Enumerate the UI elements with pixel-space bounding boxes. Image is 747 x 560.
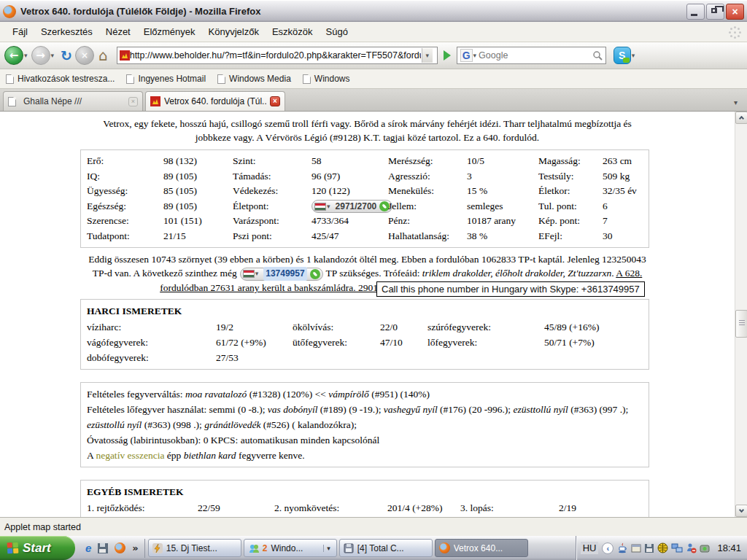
menu-help[interactable]: Súgó bbox=[320, 23, 355, 40]
bookmark-item[interactable]: Windows Media bbox=[217, 74, 291, 84]
java-icon[interactable] bbox=[617, 542, 628, 553]
skype-toolbar-button[interactable]: S bbox=[614, 47, 631, 64]
restore-button[interactable] bbox=[706, 4, 724, 20]
bookmark-item[interactable]: Windows bbox=[303, 74, 350, 84]
skype-flag-dropdown-icon[interactable]: ▾ bbox=[255, 267, 259, 281]
character-intro: Vetrox, egy fekete, hosszú hajú, csillog… bbox=[88, 117, 647, 144]
skype-highlight[interactable]: ▾ 2971/2700 bbox=[311, 200, 392, 213]
stat-value-lifepoints: ▾ 2971/2700 bbox=[311, 199, 388, 214]
bookmark-item[interactable]: Hivatkozások testresza... bbox=[6, 74, 115, 84]
back-dropdown-icon[interactable]: ▾ bbox=[24, 52, 28, 59]
stat-value: 58 bbox=[311, 154, 388, 169]
forward-button[interactable]: → ▾ bbox=[31, 46, 57, 65]
text: (#176) (20 -996.); bbox=[438, 404, 514, 415]
taskbar-button-winamp[interactable]: 15. Dj Tiest... bbox=[148, 539, 241, 557]
menu-view[interactable]: Nézet bbox=[99, 23, 137, 40]
stat-label: Merészség: bbox=[388, 154, 467, 169]
search-engine-dropdown-icon[interactable]: ▾ bbox=[473, 52, 477, 59]
disk-tray-icon[interactable] bbox=[644, 543, 654, 553]
table-row: dobófegyverek:27/53 bbox=[87, 350, 643, 365]
task-label: Vetrox 640... bbox=[454, 543, 524, 553]
text: A bbox=[87, 450, 96, 461]
quicklaunch-overflow-icon[interactable]: » bbox=[132, 542, 138, 553]
skype-call-icon[interactable] bbox=[310, 269, 320, 279]
taskbar-button-firefox-active[interactable]: Vetrox 640... bbox=[435, 539, 528, 557]
stat-label: Tul. pont: bbox=[538, 199, 603, 214]
back-button[interactable]: ← ▾ bbox=[4, 46, 30, 65]
section-title: EGYÉB ISMERETEK bbox=[87, 484, 643, 500]
scroll-up-button[interactable] bbox=[735, 112, 747, 124]
stop-button[interactable]: × bbox=[75, 46, 94, 65]
stat-label: Varázspont: bbox=[233, 214, 311, 229]
text: (#526) ( kalandozókra); bbox=[260, 419, 357, 430]
tray-collapse-button[interactable]: ‹ bbox=[602, 542, 614, 554]
firefox-icon bbox=[439, 542, 450, 553]
tab-ghalla-nepe[interactable]: Ghalla Népe /// × bbox=[3, 91, 143, 111]
url-dropdown-icon[interactable]: ▾ bbox=[422, 48, 433, 63]
skill-value: 2/19 bbox=[559, 500, 643, 516]
text: fegyverre kenve. bbox=[236, 450, 305, 461]
text: Feltételes lőfegyver használat: semmi (0… bbox=[87, 404, 268, 415]
scroll-down-button[interactable] bbox=[735, 505, 747, 517]
internet-explorer-icon[interactable]: e bbox=[85, 542, 91, 554]
menu-tools[interactable]: Eszközök bbox=[266, 23, 320, 40]
table-row: Szerencse:101 (151) Varázspont:4733/364 … bbox=[87, 214, 649, 229]
menu-history[interactable]: Előzmények bbox=[137, 23, 202, 40]
stat-value: 89 (105) bbox=[163, 169, 233, 184]
home-button[interactable]: ⌂ bbox=[98, 47, 108, 64]
scrollbar-thumb[interactable] bbox=[735, 310, 747, 338]
firefox-quicklaunch-icon[interactable] bbox=[115, 542, 125, 553]
window-tray-icon[interactable] bbox=[631, 543, 641, 553]
skill-label: szúrófegyverek: bbox=[427, 319, 544, 335]
globe-tray-icon[interactable] bbox=[657, 542, 668, 553]
stat-label: Védekezés: bbox=[233, 184, 311, 199]
search-input[interactable] bbox=[479, 50, 592, 61]
table-row: Ügyesség:85 (105) Védekezés:120 (122) Me… bbox=[87, 184, 649, 199]
go-button[interactable] bbox=[444, 50, 451, 61]
stat-label: EFejl: bbox=[538, 229, 603, 244]
minimize-button[interactable] bbox=[686, 4, 705, 20]
tab-vetrox-active[interactable]: Vetrox 640. fordulója (Túl... × bbox=[145, 91, 285, 111]
essence-line: A negatív esszencia épp biethlan kard fe… bbox=[87, 448, 643, 463]
network-tray-icon[interactable] bbox=[671, 543, 683, 553]
url-input[interactable] bbox=[130, 50, 421, 61]
skill-label: ütőfegyverek: bbox=[293, 335, 380, 350]
taskbar-button-messenger-group[interactable]: 2 Windo... ▾ bbox=[244, 539, 337, 557]
stat-value: 7 bbox=[603, 214, 649, 229]
menu-bar: Fájl Szerkesztés Nézet Előzmények Könyvj… bbox=[0, 22, 747, 42]
search-icon[interactable] bbox=[592, 50, 603, 61]
window-titlebar: Vetrox 640. fordulója (Túlélők Földje) -… bbox=[0, 0, 747, 22]
app-tray-icon[interactable] bbox=[700, 543, 710, 553]
skill-value: 19/2 bbox=[216, 319, 293, 335]
weapon-name: vas dobónyíl bbox=[268, 404, 318, 415]
close-button[interactable]: × bbox=[726, 4, 744, 20]
chevron-down-icon bbox=[739, 508, 744, 513]
floppy-icon bbox=[98, 543, 108, 553]
menu-file[interactable]: Fájl bbox=[6, 23, 34, 40]
taskbar-button-total-commander[interactable]: [4] Total C... bbox=[339, 539, 433, 557]
tab-list-dropdown-icon[interactable]: ▾ bbox=[729, 98, 742, 106]
bookmark-item[interactable]: Ingyenes Hotmail bbox=[126, 74, 206, 84]
skill-label: 3. lopás: bbox=[460, 500, 559, 516]
menu-bookmarks[interactable]: Könyvjelzők bbox=[202, 23, 266, 40]
tab-close-icon[interactable]: × bbox=[128, 97, 138, 106]
essence-link[interactable]: negatív esszencia bbox=[96, 450, 164, 461]
skype-dropdown-icon[interactable]: ▾ bbox=[632, 52, 635, 59]
messenger-offline-tray-icon[interactable] bbox=[686, 542, 697, 553]
menu-edit[interactable]: Szerkesztés bbox=[34, 23, 99, 40]
skype-flag-dropdown-icon[interactable]: ▾ bbox=[327, 199, 330, 214]
desktop-icon[interactable] bbox=[98, 543, 108, 553]
language-indicator[interactable]: HU bbox=[581, 542, 599, 554]
start-button[interactable]: Start bbox=[0, 536, 75, 560]
reload-button[interactable]: ↻ bbox=[61, 47, 72, 63]
skype-highlight[interactable]: ▾13749957 bbox=[240, 268, 323, 281]
tab-close-button[interactable]: × bbox=[270, 96, 280, 106]
bookmark-label: Ingyenes Hotmail bbox=[138, 74, 206, 84]
vertical-scrollbar[interactable] bbox=[735, 112, 747, 517]
stat-label: Pénz: bbox=[388, 214, 467, 229]
forward-dropdown-icon[interactable]: ▾ bbox=[51, 52, 55, 59]
group-dropdown-icon[interactable]: ▾ bbox=[323, 545, 330, 552]
stat-value: 4733/364 bbox=[311, 214, 388, 229]
stat-label: Szint: bbox=[233, 154, 311, 169]
skill-label: víziharc: bbox=[87, 319, 216, 335]
